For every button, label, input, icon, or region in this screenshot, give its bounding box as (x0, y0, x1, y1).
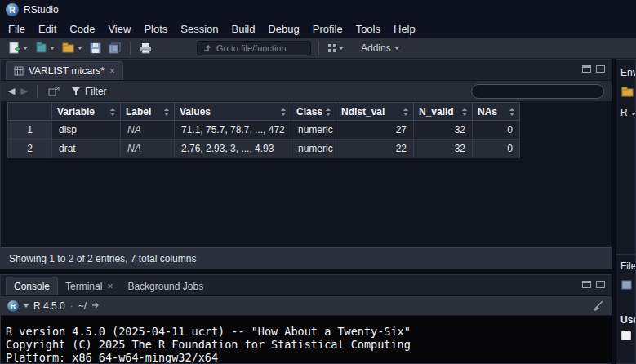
menu-build[interactable]: Build (225, 23, 262, 35)
cell-nas: 0 (473, 121, 520, 140)
header-nas[interactable]: NAs (473, 102, 520, 121)
files-toolbar-icon[interactable] (621, 280, 633, 290)
header-variable[interactable]: Variable (52, 102, 121, 121)
viewer-search-box[interactable] (471, 84, 604, 99)
load-workspace-icon[interactable] (621, 87, 634, 97)
console-tabbar: Console Terminal × Background Jobs (1, 275, 612, 296)
app-title: RStudio (24, 4, 59, 16)
goto-directory-icon[interactable] (91, 301, 102, 310)
cell-ndist-val: 22 (336, 140, 414, 158)
save-icon (90, 42, 101, 54)
table-row[interactable]: 1 disp NA 71.1, 75.7, 78.7, ..., 472 num… (7, 121, 520, 140)
filter-button[interactable]: Filter (67, 84, 111, 99)
header-n-valid[interactable]: N_valid (414, 102, 473, 121)
menu-debug[interactable]: Debug (261, 23, 305, 35)
sort-icon (110, 108, 115, 116)
minimize-pane-icon[interactable] (582, 65, 591, 73)
header-label: N_valid (419, 106, 454, 118)
forward-arrow-icon[interactable]: ▶ (20, 86, 27, 96)
status-text: Showing 1 to 2 of 2 entries, 7 total col… (9, 253, 196, 264)
header-ndist-val[interactable]: Ndist_val (336, 102, 414, 121)
save-all-button[interactable] (107, 42, 122, 55)
menu-session[interactable]: Session (174, 23, 225, 35)
cell-class: numeric (291, 121, 336, 140)
tab-label: Console (14, 281, 50, 292)
addins-button[interactable]: Addins (361, 42, 399, 54)
printer-icon (140, 42, 152, 54)
environment-language-selector[interactable]: R (620, 107, 636, 118)
caret-down-icon (78, 47, 82, 50)
menu-help[interactable]: Help (387, 23, 422, 35)
menu-code[interactable]: Code (63, 23, 101, 35)
sort-icon (462, 108, 467, 116)
save-button[interactable] (88, 42, 103, 55)
filter-funnel-icon (71, 87, 81, 96)
cell-variable: disp (52, 121, 121, 140)
data-grid-icon (14, 66, 24, 76)
cell-n-valid: 32 (414, 121, 473, 140)
open-in-new-window-button[interactable] (47, 86, 61, 97)
cell-n-valid: 32 (414, 140, 473, 158)
menu-edit[interactable]: Edit (32, 23, 63, 35)
table-status-bar: Showing 1 to 2 of 2 entries, 7 total col… (1, 247, 612, 269)
goto-file-input[interactable]: Go to file/function (197, 41, 311, 55)
package-checkbox[interactable] (621, 331, 631, 340)
print-button[interactable] (138, 42, 153, 55)
tab-terminal[interactable]: Terminal × (58, 277, 120, 295)
menu-file[interactable]: File (2, 23, 32, 35)
toolbar-separator (37, 85, 38, 98)
left-column: VARLIST mtcars* × ◀ ▶ (0, 59, 612, 364)
cell-label: NA (121, 140, 175, 158)
r-version-label[interactable]: R 4.5.0 (33, 300, 65, 312)
environment-pane: Envir R (616, 59, 636, 255)
sort-icon (509, 108, 514, 116)
open-file-button[interactable] (60, 42, 84, 55)
console-line: R version 4.5.0 (2025-04-11 ucrt) -- "Ho… (6, 325, 612, 338)
goto-placeholder: Go to file/function (216, 43, 287, 53)
tab-background-jobs[interactable]: Background Jobs (120, 277, 211, 295)
menubar: File Edit Code View Plots Session Build … (0, 20, 636, 38)
caret-down-icon[interactable] (24, 304, 29, 308)
caret-down-icon (23, 47, 28, 50)
menu-plots[interactable]: Plots (137, 23, 174, 35)
addins-label: Addins (361, 42, 391, 54)
minimize-pane-icon[interactable] (582, 281, 591, 288)
new-file-button[interactable] (7, 41, 29, 55)
new-project-button[interactable] (33, 41, 56, 55)
header-label-col[interactable]: Label (121, 102, 175, 121)
tab-environment[interactable]: Envir (620, 67, 636, 78)
caret-down-icon (50, 47, 55, 50)
cell-rownum: 1 (7, 121, 52, 140)
new-file-icon (8, 42, 20, 55)
panes-grid-icon (328, 44, 336, 52)
menu-view[interactable]: View (101, 23, 137, 35)
clear-console-broom-icon[interactable] (592, 300, 605, 312)
panes-layout-button[interactable] (327, 43, 345, 53)
header-class[interactable]: Class (291, 102, 336, 121)
tab-files[interactable]: Files (620, 260, 636, 272)
table-header-row: Variable Label Values Class Ndist_val N_… (7, 102, 520, 121)
maximize-pane-icon[interactable] (596, 65, 605, 73)
tab-console[interactable]: Console (6, 277, 58, 295)
close-icon[interactable]: × (109, 66, 115, 76)
menu-tools[interactable]: Tools (349, 23, 387, 35)
close-icon[interactable]: × (107, 282, 113, 291)
working-directory: ~/ (78, 300, 87, 312)
table-area: Variable Label Values Class Ndist_val N_… (1, 102, 612, 247)
console-output: R version 4.5.0 (2025-04-11 ucrt) -- "Ho… (1, 316, 612, 363)
rstudio-logo-icon: R (6, 3, 19, 16)
toolbar-separator (318, 42, 319, 55)
menu-profile[interactable]: Profile (306, 23, 349, 35)
back-arrow-icon[interactable]: ◀ (8, 86, 15, 96)
tab-label: Terminal (65, 281, 102, 292)
open-folder-icon (62, 42, 75, 54)
tab-label: Background Jobs (127, 281, 203, 292)
maximize-pane-icon[interactable] (596, 281, 605, 288)
table-row[interactable]: 2 drat NA 2.76, 2.93, 3, ..., 4.93 numer… (7, 140, 520, 158)
popup-window-icon (48, 87, 60, 96)
tab-varlist-mtcars[interactable]: VARLIST mtcars* × (6, 61, 123, 80)
project-icon (35, 42, 47, 55)
header-values[interactable]: Values (175, 102, 291, 121)
search-input[interactable] (483, 87, 598, 96)
viewer-toolbar: ◀ ▶ Filter (1, 81, 612, 102)
